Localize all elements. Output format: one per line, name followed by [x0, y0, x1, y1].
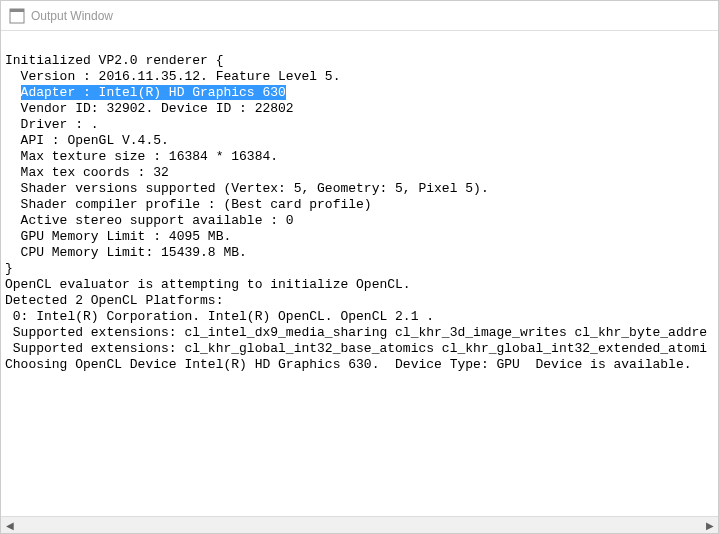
scroll-left-arrow[interactable]: ◀: [1, 517, 18, 534]
window-title: Output Window: [31, 9, 113, 23]
scroll-right-arrow[interactable]: ▶: [701, 517, 718, 534]
scroll-track[interactable]: [18, 517, 701, 533]
svg-rect-1: [10, 9, 24, 12]
content-area: Initialized VP2.0 renderer { Version : 2…: [1, 31, 718, 533]
app-icon: [9, 8, 25, 24]
titlebar[interactable]: Output Window: [1, 1, 718, 31]
horizontal-scrollbar[interactable]: ◀ ▶: [1, 516, 718, 533]
selected-line[interactable]: Adapter : Intel(R) HD Graphics 630: [21, 85, 286, 100]
output-log[interactable]: Initialized VP2.0 renderer { Version : 2…: [1, 31, 718, 516]
